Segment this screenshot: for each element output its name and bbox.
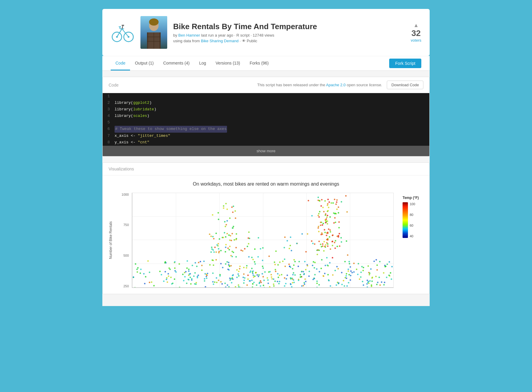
scatter-dot <box>219 275 221 277</box>
scatter-dot <box>334 199 335 200</box>
scatter-dot <box>323 241 325 242</box>
scatter-dot <box>293 279 294 281</box>
tab-code[interactable]: Code <box>111 57 130 70</box>
scatter-dot <box>262 276 264 277</box>
tab-forks[interactable]: Forks (96) <box>245 57 273 70</box>
scatter-dot <box>371 286 372 287</box>
scatter-dot <box>318 241 320 242</box>
vote-label: voters <box>411 38 421 43</box>
scatter-dot <box>317 227 319 229</box>
scatter-dot <box>231 240 232 241</box>
scatter-dot <box>215 233 217 234</box>
scatter-dot <box>223 205 224 207</box>
scatter-dot <box>288 264 290 265</box>
scatter-dot <box>211 247 212 248</box>
scatter-dot <box>327 274 329 275</box>
scatter-dot <box>327 205 328 206</box>
scatter-dot <box>231 206 233 208</box>
scatter-dot <box>324 232 326 233</box>
scatter-dot <box>232 227 233 229</box>
tab-versions[interactable]: Versions (13) <box>211 57 245 70</box>
scatter-dot <box>319 211 320 212</box>
scatter-dot <box>236 277 238 278</box>
scatter-dot <box>187 260 188 262</box>
license-link[interactable]: Apache 2.0 <box>326 83 346 87</box>
scatter-dot <box>247 246 248 247</box>
fork-script-button[interactable]: Fork Script <box>389 59 421 68</box>
scatter-dot <box>323 211 325 212</box>
scatter-dot <box>235 247 237 248</box>
scatter-dot <box>212 281 214 283</box>
scatter-dot <box>327 243 328 245</box>
scatter-dot <box>213 238 215 239</box>
tab-comments[interactable]: Comments (4) <box>159 57 195 70</box>
scatter-dot <box>304 278 306 280</box>
scatter-dot <box>369 274 370 275</box>
scatter-dot <box>290 287 291 288</box>
scatter-dot <box>318 213 320 214</box>
scatter-dot <box>212 259 213 261</box>
viz-section: Visualizations On workdays, most bikes a… <box>102 162 430 294</box>
scatter-dot <box>218 219 219 220</box>
scatter-dot <box>292 268 293 269</box>
scatter-dot <box>174 261 176 263</box>
scatter-dot <box>213 283 214 285</box>
scatter-dot <box>238 284 239 286</box>
scatter-dot <box>341 201 342 203</box>
header-card: Bike Rentals By Time And Temperature by … <box>102 9 430 56</box>
tab-output[interactable]: Output (1) <box>130 57 158 70</box>
scatter-dot <box>284 236 286 238</box>
scatter-dot <box>243 273 245 275</box>
scatter-dot <box>290 236 291 238</box>
scatter-dot <box>343 280 344 281</box>
scatter-dot <box>314 243 315 245</box>
scatter-dot <box>264 271 266 273</box>
scatter-dot <box>191 279 193 281</box>
scatter-dot <box>260 248 261 250</box>
download-code-button[interactable]: Download Code <box>387 81 423 89</box>
scatter-dot <box>225 226 226 227</box>
source-link[interactable]: Bike Sharing Demand <box>201 39 238 43</box>
scatter-dot <box>387 264 388 265</box>
scatter-dot <box>183 280 184 281</box>
upvote-icon[interactable]: ▲ <box>411 22 421 29</box>
author-link[interactable]: Ben Hamner <box>178 33 200 37</box>
scatter-dot <box>260 285 261 287</box>
scatter-dot <box>256 274 258 276</box>
scatter-dot <box>303 285 304 286</box>
scatter-dot <box>379 261 381 262</box>
scatter-dot <box>360 272 362 273</box>
scatter-dot <box>316 287 318 288</box>
scatter-dot <box>267 279 269 281</box>
legend-labels: 100 80 60 40 <box>410 202 415 238</box>
scatter-dot <box>289 248 290 249</box>
scatter-dot <box>204 273 206 275</box>
svg-line-5 <box>122 29 129 37</box>
scatter-dot <box>275 250 277 252</box>
scatter-dot <box>235 217 236 219</box>
code-line-1: 1 <box>103 93 429 100</box>
scatter-dot <box>316 283 318 284</box>
scatter-dot <box>338 206 339 208</box>
scatter-dot <box>334 242 335 243</box>
scatter-dot <box>256 284 257 286</box>
scatter-dot <box>277 273 278 275</box>
grid-v-3 <box>263 193 263 287</box>
tab-log[interactable]: Log <box>194 57 211 70</box>
scatter-dot <box>179 287 180 288</box>
scatter-dot <box>311 240 312 242</box>
scatter-dot <box>212 272 214 274</box>
scatter-dot <box>226 261 228 263</box>
scatter-dot <box>319 200 320 202</box>
scatter-dot <box>259 283 260 284</box>
scatter-dot <box>226 233 228 234</box>
scatter-plot <box>132 193 394 288</box>
scatter-dot <box>294 274 296 276</box>
show-more-bar[interactable]: show more <box>103 146 429 156</box>
scatter-dot <box>251 280 253 281</box>
scatter-dot <box>151 281 152 283</box>
scatter-dot <box>345 195 347 197</box>
scatter-dot <box>170 277 172 278</box>
scatter-dot <box>327 203 328 205</box>
scatter-dot <box>326 217 328 218</box>
